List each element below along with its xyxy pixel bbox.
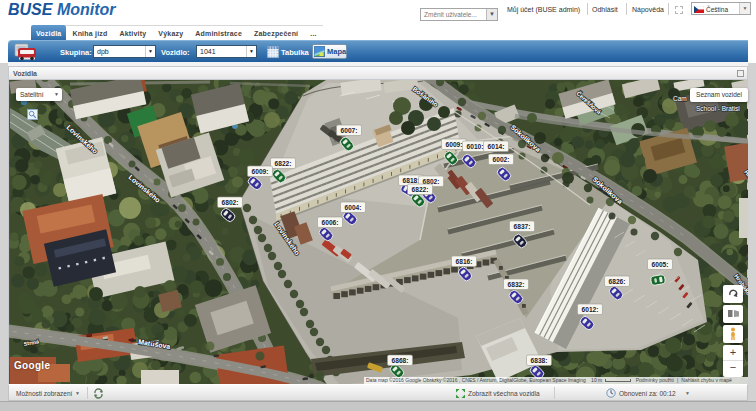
svg-text:6822:: 6822: xyxy=(412,186,429,193)
svg-text:6007:: 6007: xyxy=(341,127,358,134)
svg-text:6816:: 6816: xyxy=(456,258,473,265)
svg-text:6005:: 6005: xyxy=(652,261,669,268)
svg-text:6006:: 6006: xyxy=(322,219,339,226)
svg-text:6009:: 6009: xyxy=(252,168,269,175)
svg-text:Cam: Cam xyxy=(673,95,687,102)
svg-text:6802:: 6802: xyxy=(423,178,440,185)
svg-text:6868:: 6868: xyxy=(392,357,409,364)
svg-text:School - Bratisl: School - Bratisl xyxy=(696,105,740,112)
svg-text:6832:: 6832: xyxy=(508,281,525,288)
svg-text:6826:: 6826: xyxy=(609,278,626,285)
svg-text:6004:: 6004: xyxy=(345,204,362,211)
svg-text:6822:: 6822: xyxy=(275,160,292,167)
svg-text:6014:: 6014: xyxy=(488,143,505,150)
svg-text:6012:: 6012: xyxy=(582,306,599,313)
svg-text:6002:: 6002: xyxy=(493,156,510,163)
svg-text:6838:: 6838: xyxy=(531,357,548,364)
svg-text:6837:: 6837: xyxy=(514,223,531,230)
svg-text:6010:: 6010: xyxy=(467,143,484,150)
svg-text:6802:: 6802: xyxy=(222,199,239,206)
svg-text:6818:: 6818: xyxy=(403,177,420,184)
svg-text:6009:: 6009: xyxy=(446,141,463,148)
